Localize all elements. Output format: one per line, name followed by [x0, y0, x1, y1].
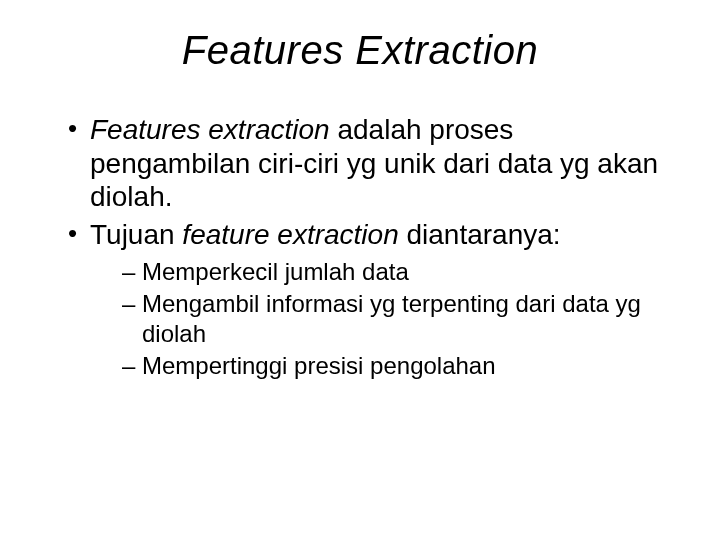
main-bullet-list: Features extraction adalah proses pengam… [50, 113, 670, 381]
bullet-text-post: diantaranya: [399, 219, 561, 250]
bullet-italic: feature extraction [182, 219, 398, 250]
sub-bullet-list: Memperkecil jumlah data Mengambil inform… [90, 257, 670, 381]
bullet-item: Tujuan feature extraction diantaranya: M… [68, 218, 670, 382]
bullet-text-pre: Tujuan [90, 219, 182, 250]
sub-bullet-item: Memperkecil jumlah data [122, 257, 670, 287]
slide-title: Features Extraction [50, 28, 670, 73]
bullet-item: Features extraction adalah proses pengam… [68, 113, 670, 214]
bullet-italic-prefix: Features extraction [90, 114, 330, 145]
sub-bullet-item: Mempertinggi presisi pengolahan [122, 351, 670, 381]
sub-bullet-item: Mengambil informasi yg terpenting dari d… [122, 289, 670, 349]
